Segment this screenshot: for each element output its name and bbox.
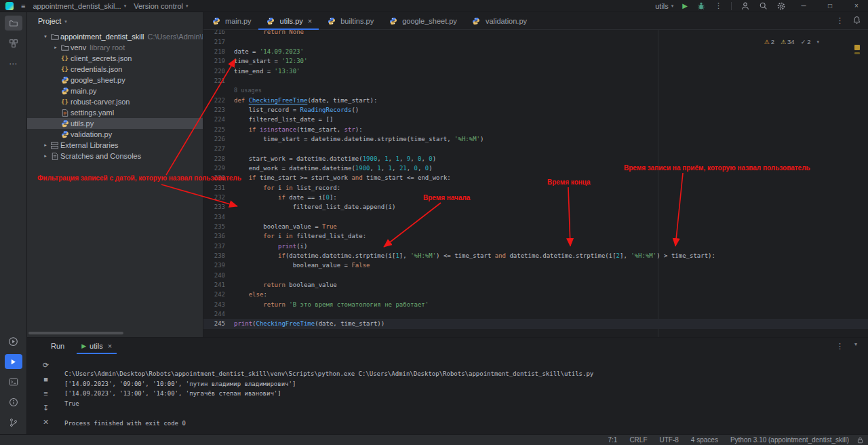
code-line-238[interactable]: 238 if(datetime.datetime.strptime(i[1], …: [203, 251, 868, 260]
tab-options-icon[interactable]: ⋮: [836, 16, 844, 25]
tree-item-validation-py[interactable]: validation.py: [27, 129, 203, 140]
line-number: 216: [203, 30, 225, 35]
editor-tab-google-sheet-py[interactable]: google_sheet.py: [380, 12, 464, 29]
run-toolwindow-button[interactable]: [5, 354, 22, 369]
notifications-bell-icon[interactable]: [852, 16, 861, 26]
user-account-icon[interactable]: [741, 1, 750, 11]
close-run-tab-icon[interactable]: ×: [108, 342, 112, 350]
run-tab-utils[interactable]: ▶ utils ×: [77, 338, 117, 354]
tree-chevron-icon[interactable]: ▸: [42, 153, 49, 159]
run-button[interactable]: ▶: [682, 2, 688, 9]
warning-icon: ⚠: [764, 39, 770, 45]
code-line-223[interactable]: 223 list_record = ReadingRecords(): [203, 105, 868, 115]
close-tab-icon[interactable]: ×: [308, 17, 312, 25]
code-line-245[interactable]: 245print(CheckingFreeTime(date, time_sta…: [203, 319, 868, 328]
code-line-228[interactable]: 228 start_work = datetime.datetime(1900,…: [203, 153, 868, 163]
code-line-222[interactable]: 222def CheckingFreeTime(date, time_start…: [203, 95, 868, 104]
python-console-toolwindow-button[interactable]: [5, 334, 22, 349]
code-line-226[interactable]: 226 time_start = datetime.datetime.strpt…: [203, 134, 868, 144]
tree-item-client-secrets-json[interactable]: {}client_secrets.json: [27, 53, 203, 64]
code-line-230[interactable]: 230 if time_start >= start_work and time…: [203, 173, 868, 182]
console-output[interactable]: C:\Users\Admin\Desktop\Robots\appointmen…: [64, 354, 868, 434]
code-line-216[interactable]: 216 return None: [203, 30, 868, 37]
code-line-239[interactable]: 239 boolean_value = False: [203, 260, 868, 270]
problems-toolwindow-button[interactable]: [5, 395, 22, 410]
line-number: 217: [203, 39, 225, 45]
code-line-235[interactable]: 235 boolean_value = True: [203, 222, 868, 231]
code-line-233[interactable]: 233 filtered_list_date.append(i): [203, 202, 868, 212]
code-line-219[interactable]: 219time_start = '12:30': [203, 56, 868, 66]
softwrap-button[interactable]: ≡: [40, 389, 52, 398]
tree-item-settings-yaml[interactable]: settings.yaml: [27, 107, 203, 118]
status-python-3-10-appointment-dentist-skill[interactable]: Python 3.10 (appointment_dentist_skill): [724, 436, 855, 444]
project-toolwindow-button[interactable]: [5, 16, 22, 31]
tree-item-label: appointment_dentist_skill: [60, 33, 144, 41]
editor-tab-validation-py[interactable]: validation.py: [464, 12, 534, 29]
minimize-button[interactable]: ─: [795, 2, 812, 9]
scroll-to-end-button[interactable]: ↧: [40, 403, 52, 412]
line-number: 221: [203, 77, 225, 84]
status-utf-8[interactable]: UTF-8: [654, 436, 685, 444]
code-line-241[interactable]: 241 return boolean_value: [203, 280, 868, 290]
tree-item-utils-py[interactable]: utils.py: [27, 118, 203, 129]
stop-button[interactable]: ■: [40, 374, 52, 384]
more-actions-icon[interactable]: ⋮: [715, 1, 722, 10]
version-control-toolwindow-button[interactable]: [5, 415, 22, 430]
status-4-spaces[interactable]: 4 spaces: [685, 436, 724, 444]
code-line-224[interactable]: 224 filtered_list_date = []: [203, 115, 868, 124]
debug-button[interactable]: [696, 1, 706, 11]
vcs-widget-menu[interactable]: Version control ▾: [134, 2, 188, 10]
code-line-218[interactable]: 218date = '14.09.2023': [203, 47, 868, 56]
code-line-244[interactable]: 244: [203, 309, 868, 319]
code-line-243[interactable]: 243 return 'В это время стоматология не …: [203, 300, 868, 309]
code-line-236[interactable]: 236 for i in filtered_list_date:: [203, 231, 868, 241]
tree-item-main-py[interactable]: main.py: [27, 85, 203, 96]
tree-item-credentials-json[interactable]: {}credentials.json: [27, 64, 203, 75]
tree-chevron-icon[interactable]: ▸: [52, 45, 59, 50]
code-line-237[interactable]: 237 print(i): [203, 241, 868, 251]
terminal-toolwindow-button[interactable]: [5, 374, 22, 389]
tree-item-external-libraries[interactable]: ▸External Libraries: [27, 140, 203, 151]
clear-console-button[interactable]: ✕: [40, 417, 52, 427]
project-widget-menu[interactable]: appointment_dentist_skil... ▾: [33, 2, 126, 10]
status-crlf[interactable]: CRLF: [623, 436, 653, 444]
code-line-240[interactable]: 240: [203, 271, 868, 280]
editor-tab-builtins-py[interactable]: builtins.py: [319, 12, 380, 29]
run-panel-options-icon[interactable]: ⋮: [836, 342, 844, 351]
rerun-button[interactable]: ⟳: [40, 360, 52, 370]
inspections-widget[interactable]: ⚠2 ⚠34 ✓2 ▾: [764, 38, 819, 45]
code-text: else:: [225, 291, 267, 298]
editor-tab-utils-py[interactable]: utils.py×: [258, 12, 319, 29]
code-line-225[interactable]: 225 if isinstance(time_start, str):: [203, 124, 868, 134]
structure-toolwindow-button[interactable]: [5, 36, 22, 51]
project-horizontal-scrollbar[interactable]: [28, 332, 123, 334]
code-line-242[interactable]: 242 else:: [203, 290, 868, 299]
tree-item-robust-carver-json[interactable]: {}robust-carver.json: [27, 96, 203, 107]
settings-gear-icon[interactable]: [776, 1, 786, 11]
code-editor[interactable]: 216 return None217218date = '14.09.2023'…: [203, 30, 868, 337]
code-line-221[interactable]: 221: [203, 76, 868, 85]
code-line-220[interactable]: 220time_end = '13:30': [203, 66, 868, 75]
run-configuration-selector[interactable]: utils ▾: [655, 2, 673, 10]
status-7-1[interactable]: 7:1: [601, 436, 623, 444]
project-panel-header[interactable]: Project ▾: [27, 12, 203, 30]
tree-chevron-icon[interactable]: ▸: [42, 142, 49, 148]
tree-chevron-icon[interactable]: ▾: [42, 34, 49, 39]
tree-item-scratches-and-consoles[interactable]: ▸Scratches and Consoles: [27, 151, 203, 161]
tree-item-appointment-dentist-skill[interactable]: ▾appointment_dentist_skillC:\Users\Admin…: [27, 31, 203, 42]
maximize-button[interactable]: □: [821, 2, 839, 9]
main-menu-hamburger-icon[interactable]: ≡: [21, 2, 25, 10]
tree-item-google-sheet-py[interactable]: google_sheet.py: [27, 75, 203, 85]
more-tools-toolwindow-button[interactable]: ⋯: [5, 56, 22, 71]
tree-item-venv[interactable]: ▸venvlibrary root: [27, 42, 203, 53]
code-line-232[interactable]: 232 if date == i[0]:: [203, 193, 868, 202]
code-line-231[interactable]: 231 for i in list_record:: [203, 183, 868, 193]
search-everywhere-icon[interactable]: [759, 1, 768, 10]
readonly-lock-icon[interactable]: [856, 436, 864, 444]
code-line-234[interactable]: 234: [203, 212, 868, 222]
code-line-227[interactable]: 227: [203, 144, 868, 153]
hide-panel-icon[interactable]: ▾: [854, 342, 857, 351]
editor-tab-main-py[interactable]: main.py: [203, 12, 258, 29]
close-button[interactable]: ×: [848, 2, 865, 9]
usages-inlay-hint[interactable]: 8 usages: [203, 87, 262, 94]
